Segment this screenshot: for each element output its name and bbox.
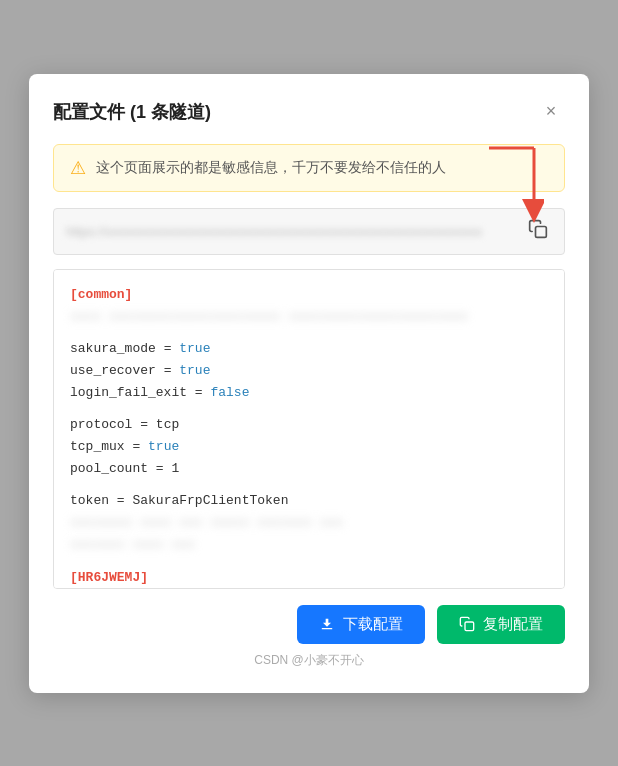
download-label: 下载配置 xyxy=(343,615,403,634)
svg-rect-4 xyxy=(322,628,333,629)
code-line-recover: use_recover = true xyxy=(70,360,548,382)
svg-rect-0 xyxy=(536,226,547,237)
red-arrow xyxy=(484,143,544,223)
code-blurred-1: xxxx xxxxxxxxxxxxxxxxxxxxxx xxxxxxxxxxxx… xyxy=(70,306,548,328)
config-url-row: https://xxxxxxxxxxxxxxxxxxxxxxxxxxxxxxxx… xyxy=(53,208,565,255)
code-line-login-fail: login_fail_exit = false xyxy=(70,382,548,404)
modal-footer: 下载配置 复制配置 xyxy=(53,605,565,644)
modal-header: 配置文件 (1 条隧道) × xyxy=(53,98,565,126)
code-spacer-4 xyxy=(70,557,548,567)
modal-overlay: 配置文件 (1 条隧道) × ⚠ 这个页面展示的都是敏感信息，千万不要发给不信任… xyxy=(0,0,618,766)
watermark: CSDN @小豪不开心 xyxy=(53,652,565,669)
warning-text: 这个页面展示的都是敏感信息，千万不要发给不信任的人 xyxy=(96,159,446,177)
download-button[interactable]: 下载配置 xyxy=(297,605,425,644)
copy-config-button[interactable]: 复制配置 xyxy=(437,605,565,644)
code-line-protocol: protocol = tcp xyxy=(70,414,548,436)
code-line-pool: pool_count = 1 xyxy=(70,458,548,480)
code-blurred-3: xxxxxxx xxxx xxx xyxy=(70,534,548,556)
code-section-common: [common] xyxy=(70,284,548,306)
code-section-hr6jwemj: [HR6JWEMJ] xyxy=(70,567,548,589)
copy-config-label: 复制配置 xyxy=(483,615,543,634)
modal-title: 配置文件 (1 条隧道) xyxy=(53,100,211,124)
warning-icon: ⚠ xyxy=(70,157,86,179)
code-line-sakura: sakura_mode = true xyxy=(70,338,548,360)
code-box[interactable]: [common] xxxx xxxxxxxxxxxxxxxxxxxxxx xxx… xyxy=(53,269,565,589)
modal: 配置文件 (1 条隧道) × ⚠ 这个页面展示的都是敏感信息，千万不要发给不信任… xyxy=(29,74,589,693)
code-spacer-2 xyxy=(70,404,548,414)
close-icon: × xyxy=(546,101,557,122)
svg-rect-5 xyxy=(465,622,474,631)
code-spacer-1 xyxy=(70,328,548,338)
code-line-token: token = SakuraFrpClientToken xyxy=(70,490,548,512)
download-icon xyxy=(319,616,335,632)
config-url-text: https://xxxxxxxxxxxxxxxxxxxxxxxxxxxxxxxx… xyxy=(66,224,524,239)
close-button[interactable]: × xyxy=(537,98,565,126)
code-line-tcpmux: tcp_mux = true xyxy=(70,436,548,458)
code-blurred-2: xxxxxxxx xxxx xxx xxxxx xxxxxxx xxx xyxy=(70,512,548,534)
copy-config-icon xyxy=(459,616,475,632)
code-spacer-3 xyxy=(70,480,548,490)
